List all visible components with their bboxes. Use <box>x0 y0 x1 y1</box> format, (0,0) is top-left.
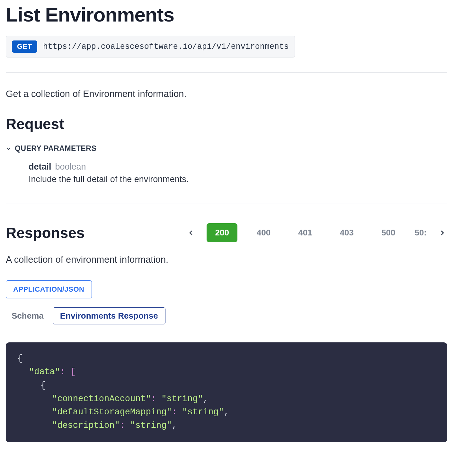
query-parameters-label: QUERY PARAMETERS <box>15 144 96 153</box>
divider <box>6 72 447 73</box>
query-parameters-toggle[interactable]: QUERY PARAMETERS <box>6 144 447 153</box>
endpoint-box: GET https://app.coalescesoftware.io/api/… <box>6 36 295 57</box>
status-code-truncated: 50: <box>414 228 427 238</box>
chevron-right-icon[interactable] <box>438 228 447 238</box>
content-type-badge[interactable]: APPLICATION/JSON <box>6 280 92 298</box>
request-heading: Request <box>6 115 447 133</box>
endpoint-url: https://app.coalescesoftware.io/api/v1/e… <box>43 42 289 51</box>
response-description: A collection of environment information. <box>6 254 447 265</box>
status-code-500[interactable]: 500 <box>373 223 404 242</box>
status-code-403[interactable]: 403 <box>332 223 362 242</box>
divider <box>6 204 447 204</box>
parameter-name: detail <box>29 162 51 172</box>
response-tabs: Schema Environments Response <box>12 307 447 324</box>
code-example: {"data": [{"connectionAccount": "string"… <box>6 342 447 442</box>
tab-schema[interactable]: Schema <box>12 311 44 321</box>
chevron-down-icon <box>6 146 12 152</box>
status-code-401[interactable]: 401 <box>290 223 320 242</box>
chevron-left-icon[interactable] <box>186 228 196 238</box>
responses-heading: Responses <box>6 224 84 242</box>
page-title: List Environments <box>6 3 447 26</box>
parameter-description: Include the full detail of the environme… <box>29 174 447 184</box>
status-code-400[interactable]: 400 <box>248 223 279 242</box>
status-code-200[interactable]: 200 <box>207 223 237 242</box>
endpoint-description: Get a collection of Environment informat… <box>6 89 447 99</box>
parameter-type: boolean <box>55 162 86 172</box>
tab-environments-response[interactable]: Environments Response <box>53 307 165 324</box>
status-code-nav: 200 400 401 403 500 50: <box>186 223 447 242</box>
http-method-badge: GET <box>12 40 37 53</box>
parameter-item: detail boolean Include the full detail o… <box>17 162 447 184</box>
